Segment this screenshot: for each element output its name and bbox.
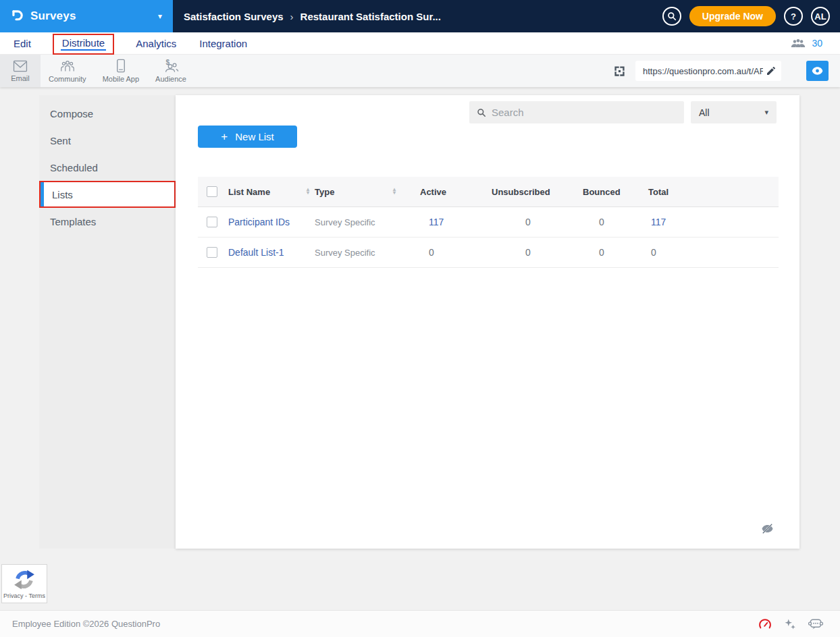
- channel-label: Community: [49, 75, 86, 83]
- column-header-list-name[interactable]: List Name: [228, 187, 270, 197]
- list-name-link[interactable]: Participant IDs: [228, 217, 290, 227]
- question-mark-icon: ?: [791, 11, 796, 22]
- mobile-app-icon: [116, 59, 126, 73]
- list-name-link[interactable]: Default List-1: [228, 247, 284, 258]
- tab-integration[interactable]: Integration: [198, 32, 248, 55]
- row-checkbox[interactable]: [207, 217, 217, 227]
- questionpro-distribute-screen: Surveys ▾ Satisfaction Surveys › Restaur…: [0, 0, 840, 637]
- toolbar-right: [613, 61, 840, 81]
- content-area: Compose Sent Scheduled Lists Templates: [0, 87, 840, 610]
- people-group-icon: [791, 38, 806, 49]
- chevron-down-icon[interactable]: ▾: [158, 11, 162, 21]
- breadcrumb-folder[interactable]: Satisfaction Surveys: [184, 11, 284, 22]
- help-button[interactable]: ?: [784, 7, 803, 26]
- edit-url-button[interactable]: [766, 65, 777, 76]
- upgrade-now-button[interactable]: Upgrade Now: [689, 6, 776, 26]
- channel-audience[interactable]: $ Audience: [147, 55, 194, 87]
- total-count: 0: [651, 247, 656, 258]
- lists-table: List Name ▴ ▾ Type ▴ ▾ Active: [198, 177, 779, 268]
- column-header-type[interactable]: Type: [315, 187, 334, 197]
- breadcrumb: Satisfaction Surveys › Restaurant Satisf…: [173, 11, 441, 22]
- product-switcher[interactable]: Surveys ▾: [0, 0, 173, 32]
- eye-icon: [812, 66, 823, 76]
- tab-label: Integration: [198, 38, 248, 49]
- sparkles-icon: [784, 618, 796, 630]
- channel-list: Email Community Mobile App: [0, 55, 194, 87]
- tab-edit[interactable]: Edit: [12, 32, 32, 55]
- sidebar-item-lists[interactable]: Lists: [39, 181, 176, 208]
- sidebar-item-compose[interactable]: Compose: [39, 100, 176, 127]
- tab-distribute[interactable]: Distribute: [53, 34, 114, 55]
- list-type: Survey Specific: [315, 217, 375, 227]
- chevron-down-icon: ▾: [764, 108, 768, 117]
- column-header-active: Active: [420, 187, 492, 197]
- unsubscribed-count: 0: [525, 217, 531, 227]
- eye-off-icon: [761, 523, 774, 534]
- sidebar-item-label: Lists: [52, 189, 73, 200]
- unsubscribed-count: 0: [525, 247, 531, 258]
- ai-assistant-button[interactable]: [784, 618, 796, 630]
- channel-label: Mobile App: [103, 75, 139, 83]
- column-header-total: Total: [648, 187, 779, 197]
- audience-icon: $: [163, 59, 179, 73]
- responses-count: 30: [812, 38, 822, 49]
- community-icon: [59, 59, 76, 73]
- qr-code-icon: [613, 65, 626, 78]
- filter-value: All: [699, 107, 710, 118]
- row-checkbox[interactable]: [207, 247, 217, 258]
- footer-icons: [758, 618, 828, 630]
- table-row: Participant IDs Survey Specific 117 0 0 …: [198, 207, 779, 238]
- footer-edition-text: Employee Edition ©2026 QuestionPro: [12, 619, 160, 629]
- new-list-button[interactable]: + New List: [198, 126, 297, 148]
- footer: Employee Edition ©2026 QuestionPro: [0, 610, 840, 637]
- search-button[interactable]: [662, 7, 681, 26]
- table-header-row: List Name ▴ ▾ Type ▴ ▾ Active: [198, 177, 779, 207]
- recaptcha-badge[interactable]: Privacy - Terms: [1, 564, 47, 603]
- email-icon: [13, 60, 28, 72]
- questionpro-logo-icon: [11, 8, 24, 24]
- hide-preview-button[interactable]: [761, 523, 774, 537]
- total-count-link[interactable]: 117: [651, 217, 666, 227]
- qr-code-button[interactable]: [613, 65, 626, 78]
- column-header-bounced: Bounced: [583, 187, 648, 197]
- preview-survey-button[interactable]: [806, 61, 829, 81]
- breadcrumb-separator-icon: ›: [290, 11, 294, 22]
- search-icon: [667, 11, 677, 21]
- channel-email[interactable]: Email: [0, 55, 41, 87]
- recaptcha-icon: [12, 568, 36, 591]
- distribute-sidebar: Compose Sent Scheduled Lists Templates: [39, 95, 176, 549]
- tab-label: Distribute: [61, 37, 106, 51]
- sort-icon[interactable]: ▴ ▾: [307, 188, 309, 195]
- pencil-icon: [766, 65, 777, 76]
- responses-counter[interactable]: 30: [791, 38, 840, 49]
- sidebar-item-sent[interactable]: Sent: [39, 127, 176, 154]
- lists-panel: All ▾ + New List List Name ▴ ▾: [176, 95, 799, 549]
- sidebar-item-templates[interactable]: Templates: [39, 208, 176, 235]
- tab-analytics[interactable]: Analytics: [134, 32, 178, 55]
- avatar[interactable]: AL: [811, 7, 830, 26]
- sidebar-item-scheduled[interactable]: Scheduled: [39, 154, 176, 181]
- search-input[interactable]: [492, 107, 677, 118]
- select-all-checkbox[interactable]: [207, 186, 217, 197]
- survey-url-field: [635, 61, 781, 81]
- support-chat-button[interactable]: [808, 618, 823, 630]
- channel-mobile-app[interactable]: Mobile App: [95, 55, 147, 87]
- channel-community[interactable]: Community: [41, 55, 95, 87]
- list-type: Survey Specific: [315, 248, 375, 258]
- performance-gauge-button[interactable]: [758, 618, 772, 630]
- bounced-count: 0: [599, 247, 604, 258]
- active-count-link[interactable]: 117: [429, 217, 444, 227]
- product-name: Surveys: [30, 9, 76, 23]
- recaptcha-privacy-terms[interactable]: Privacy - Terms: [3, 592, 45, 599]
- sort-down-icon: ▾: [393, 192, 396, 195]
- sort-icon[interactable]: ▴ ▾: [393, 188, 396, 195]
- survey-url-input[interactable]: [643, 66, 763, 76]
- list-filter-dropdown[interactable]: All ▾: [691, 101, 777, 123]
- header-actions: Upgrade Now ? AL: [662, 6, 840, 26]
- sidebar-item-label: Scheduled: [50, 162, 98, 173]
- new-list-label: New List: [235, 131, 274, 142]
- tab-label: Analytics: [134, 38, 178, 49]
- active-count: 0: [429, 247, 434, 258]
- list-search: [469, 101, 684, 123]
- sidebar-item-label: Compose: [50, 108, 93, 119]
